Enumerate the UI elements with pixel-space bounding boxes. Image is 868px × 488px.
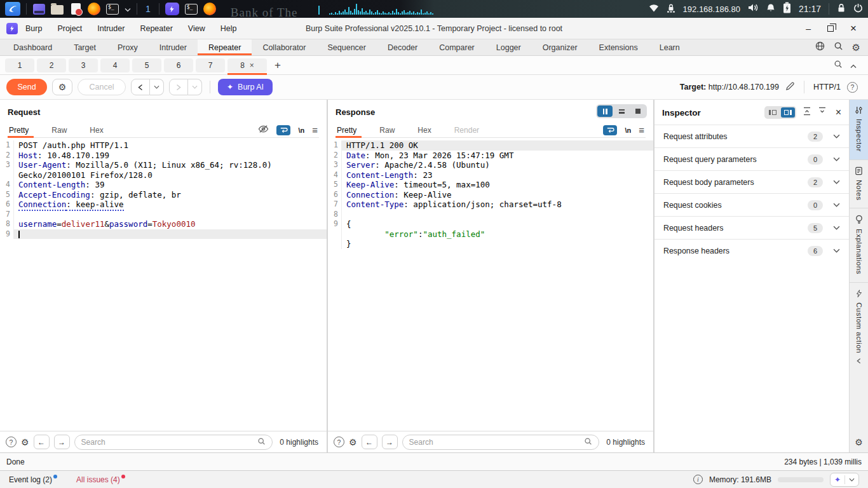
menu-project[interactable]: Project	[57, 24, 82, 33]
inspector-dock-left-toggle[interactable]	[766, 107, 780, 118]
show-newlines-icon[interactable]: \n	[625, 126, 631, 134]
response-search-input[interactable]	[409, 438, 581, 447]
back-dropdown-icon[interactable]	[150, 79, 164, 95]
help-question-icon[interactable]: ?	[847, 82, 858, 93]
battery-charging-icon[interactable]	[783, 2, 791, 16]
repeater-tab-5[interactable]: 5	[132, 58, 161, 72]
ai-quick-button[interactable]: ✦	[830, 473, 859, 487]
main-tab-organizer[interactable]: Organizer	[532, 39, 588, 55]
request-tab-pretty[interactable]: Pretty	[9, 123, 29, 137]
maximize-button[interactable]	[827, 25, 834, 32]
response-tab-hex[interactable]: Hex	[417, 123, 431, 137]
main-tab-intruder[interactable]: Intruder	[149, 39, 198, 55]
power-icon[interactable]	[853, 3, 863, 15]
word-wrap-toggle-icon[interactable]	[276, 125, 290, 135]
forward-button[interactable]	[169, 79, 188, 95]
next-match-button[interactable]: →	[382, 435, 398, 449]
inspector-section-request-headers[interactable]: Request headers5	[654, 216, 849, 239]
word-wrap-toggle-icon[interactable]	[603, 125, 617, 135]
memory-info-icon[interactable]: i	[693, 475, 703, 484]
edit-target-pencil-icon[interactable]	[785, 81, 795, 93]
menu-repeater[interactable]: Repeater	[140, 24, 172, 33]
browser-globe-icon[interactable]	[815, 41, 825, 53]
request-editor[interactable]: 1POST /auth.php HTTP/1.12Host: 10.48.170…	[0, 138, 327, 431]
clock[interactable]: 21:17	[799, 4, 821, 14]
menu-help[interactable]: Help	[220, 24, 237, 33]
response-editor[interactable]: 1HTTP/1.1 200 OK2Date: Mon, 23 Mar 2026 …	[328, 138, 653, 431]
main-tab-learn[interactable]: Learn	[649, 39, 691, 55]
menu-intruder[interactable]: Intruder	[97, 24, 125, 33]
request-tab-hex[interactable]: Hex	[90, 123, 103, 137]
firefox-icon[interactable]	[88, 3, 100, 15]
main-tab-proxy[interactable]: Proxy	[107, 39, 149, 55]
search-icon[interactable]	[834, 41, 843, 53]
cancel-button[interactable]: Cancel	[78, 79, 126, 95]
send-button[interactable]: Send	[6, 79, 47, 95]
repeater-tab-1[interactable]: 1	[5, 58, 34, 72]
show-newlines-icon[interactable]: \n	[298, 126, 304, 134]
http-version[interactable]: HTTP/1	[813, 83, 841, 92]
inspector-section-request-attributes[interactable]: Request attributes2	[654, 125, 849, 147]
terminal-taskbar-icon[interactable]: $_	[185, 3, 198, 15]
previous-match-button[interactable]: ←	[34, 435, 50, 449]
lock-screen-icon[interactable]	[837, 3, 846, 15]
side-tab-inspector[interactable]: Inspector	[850, 100, 868, 160]
inspector-section-response-headers[interactable]: Response headers6	[654, 239, 849, 262]
repeater-tab-8[interactable]: 8×	[227, 58, 267, 72]
event-log-button[interactable]: Event log (2)	[9, 475, 57, 484]
inspector-section-request-query-parameters[interactable]: Request query parameters0	[654, 147, 849, 170]
ip-address[interactable]: 192.168.186.80	[683, 4, 740, 14]
chevron-down-icon[interactable]	[833, 248, 840, 253]
hide-nonprintable-eye-icon[interactable]	[258, 125, 269, 136]
search-help-icon[interactable]: ?	[6, 437, 17, 447]
network-auth-icon[interactable]	[667, 3, 675, 15]
side-settings-gear-icon[interactable]: ⚙	[855, 432, 863, 452]
collapse-all-icon[interactable]	[803, 107, 811, 118]
chevron-down-icon[interactable]	[833, 157, 840, 161]
main-tab-collaborator[interactable]: Collaborator	[252, 39, 316, 55]
launcher-dropdown-icon[interactable]	[125, 3, 131, 15]
search-help-icon[interactable]: ?	[334, 437, 344, 447]
workspace-indicator[interactable]: 1	[143, 4, 153, 14]
menu-burp[interactable]: Burp	[25, 24, 42, 33]
side-tab-notes[interactable]: Notes	[850, 160, 868, 209]
request-tab-raw[interactable]: Raw	[51, 123, 67, 137]
collapse-chevron-icon[interactable]	[850, 60, 857, 71]
repeater-tab-6[interactable]: 6	[164, 58, 193, 72]
layout-columns-toggle[interactable]	[597, 105, 613, 117]
request-search-input[interactable]	[81, 438, 254, 447]
folder-icon[interactable]	[51, 3, 64, 15]
layout-rows-toggle[interactable]	[614, 105, 629, 117]
main-tab-repeater[interactable]: Repeater	[198, 39, 252, 55]
response-tab-raw[interactable]: Raw	[379, 123, 395, 137]
inspector-section-request-cookies[interactable]: Request cookies0	[654, 193, 849, 216]
expand-all-icon[interactable]	[818, 107, 827, 118]
file-manager-icon[interactable]	[32, 3, 45, 15]
chevron-down-icon[interactable]	[833, 203, 840, 207]
search-settings-gear-icon[interactable]: ⚙	[21, 437, 29, 447]
side-tab-custom-action[interactable]: Custom action	[850, 283, 868, 372]
inspector-dock-right-toggle[interactable]	[781, 107, 795, 118]
chevron-down-icon[interactable]	[833, 180, 840, 184]
burp-taskbar-icon[interactable]	[165, 3, 179, 15]
main-tab-dashboard[interactable]: Dashboard	[3, 39, 63, 55]
layout-single-toggle[interactable]	[630, 105, 646, 117]
volume-icon[interactable]	[748, 3, 759, 15]
response-tab-pretty[interactable]: Pretty	[337, 123, 356, 137]
terminal-icon[interactable]: $_	[106, 3, 119, 15]
previous-match-button[interactable]: ←	[362, 435, 377, 449]
editor-menu-icon[interactable]: ≡	[312, 125, 318, 135]
close-button[interactable]: ×	[850, 23, 857, 34]
main-tab-comparer[interactable]: Comparer	[428, 39, 485, 55]
search-icon[interactable]	[834, 60, 843, 71]
send-settings-gear-icon[interactable]: ⚙	[52, 79, 72, 95]
kali-menu-icon[interactable]	[5, 2, 20, 16]
repeater-tab-7[interactable]: 7	[196, 58, 225, 72]
back-button[interactable]	[131, 79, 150, 95]
side-tab-explanations[interactable]: Explanations	[850, 208, 868, 283]
minimize-button[interactable]: –	[806, 24, 811, 33]
main-tab-target[interactable]: Target	[63, 39, 107, 55]
burp-ai-button[interactable]: ✦ Burp AI	[218, 79, 273, 95]
next-match-button[interactable]: →	[54, 435, 70, 449]
text-editor-icon[interactable]	[69, 3, 82, 15]
